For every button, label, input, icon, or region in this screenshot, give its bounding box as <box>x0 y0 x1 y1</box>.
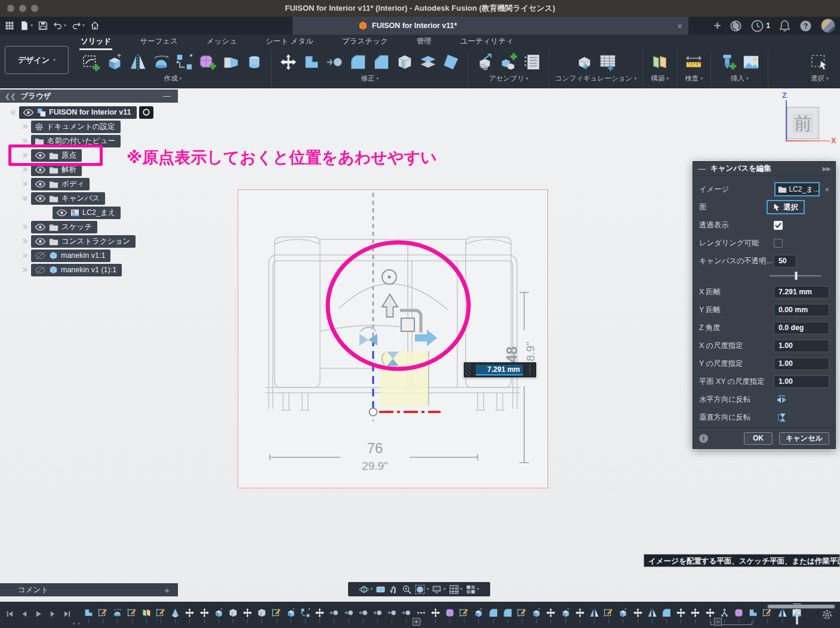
browser-item-chip[interactable]: FUISON for Interior v11 <box>19 106 137 119</box>
browser-item-chip[interactable]: ボディ <box>31 178 90 190</box>
timeline-feature-move-11[interactable] <box>242 608 253 618</box>
chevron-collapsed-icon[interactable] <box>21 253 29 258</box>
timeline-feature-press-pull-21[interactable] <box>387 608 397 618</box>
close-window-icon[interactable] <box>7 5 14 12</box>
timeline-feature-plane-4[interactable] <box>141 608 152 618</box>
timeline-feature-sketch-30[interactable] <box>517 608 527 618</box>
chevron-collapsed-icon[interactable] <box>21 167 29 173</box>
workspace-dropdown[interactable]: デザイン ▾ <box>5 46 69 74</box>
opacity-value[interactable]: 50 <box>774 255 796 267</box>
timeline-feature-combine-46[interactable] <box>748 608 758 618</box>
toolbar-group-label[interactable]: アセンブリ▾ <box>489 74 528 83</box>
plane-move-handle[interactable] <box>401 318 414 331</box>
remove-image-icon[interactable]: × <box>824 185 829 194</box>
home-button[interactable] <box>90 21 100 30</box>
split-body-button[interactable] <box>417 51 439 73</box>
ribbon-tab-4[interactable]: プラスチック <box>341 36 389 50</box>
timeline-feature-move-8[interactable] <box>199 608 210 618</box>
ribbon-tab-0[interactable]: ソリッド <box>79 36 112 50</box>
ribbon-tab-5[interactable]: 管理 <box>416 36 433 50</box>
timeline-scrollbar[interactable] <box>768 605 835 608</box>
timeline-feature-sketch-1[interactable] <box>98 608 108 618</box>
face-select-button[interactable]: 選択 <box>767 200 805 214</box>
browser-item-bodies[interactable]: ボディ <box>0 177 215 191</box>
avatar[interactable] <box>821 19 835 33</box>
browser-item-chip[interactable]: manekin v1 (1):1 <box>31 264 122 276</box>
combine-button[interactable] <box>301 51 322 73</box>
grid-button[interactable]: ▾ <box>449 584 463 595</box>
revolve-button[interactable] <box>150 51 172 73</box>
timeline-feature-dots-23[interactable] <box>416 608 426 618</box>
job-status-icon[interactable] <box>751 20 764 32</box>
chamfer-button[interactable] <box>371 51 392 73</box>
step-back-button[interactable] <box>20 610 28 618</box>
timeline-feature-extrude-33[interactable] <box>561 608 571 618</box>
renderable-checkbox[interactable] <box>774 239 783 248</box>
flip-horizontal-button[interactable] <box>776 395 829 404</box>
toolbar-group-label[interactable]: 選択▾ <box>811 74 829 83</box>
opacity-slider[interactable] <box>699 270 829 283</box>
timeline-feature-move-24[interactable] <box>430 608 441 618</box>
timeline-feature-extrude-31[interactable] <box>531 608 541 618</box>
ribbon-tab-6[interactable]: ユーティリティ <box>459 36 515 50</box>
canvas-button[interactable] <box>740 51 762 73</box>
look-at-button[interactable] <box>376 584 386 595</box>
timeline-feature-mirror-39[interactable] <box>647 608 657 618</box>
browser-item-chip[interactable]: LC2_まえ <box>53 207 121 219</box>
save-button[interactable] <box>38 21 48 30</box>
timeline-feature-sketch-26[interactable] <box>459 608 469 618</box>
chevron-collapsed-icon[interactable] <box>21 238 29 244</box>
insert-fastener-button[interactable] <box>717 51 739 73</box>
timeline-feature-extrude-27[interactable] <box>473 608 484 618</box>
timeline-feature-mirror-35[interactable] <box>589 608 599 618</box>
pattern-button[interactable] <box>174 51 195 73</box>
timeline-feature-sketch-13[interactable] <box>272 608 282 618</box>
eye-icon[interactable] <box>56 209 67 217</box>
skip-start-button[interactable] <box>6 610 14 618</box>
expand-group-marker[interactable]: + <box>413 618 420 626</box>
browser-item-manekin-1[interactable]: manekin v1:1 <box>0 248 215 263</box>
activate-component-radio[interactable] <box>139 106 153 119</box>
xy-scale-field[interactable]: 1.00 <box>774 375 829 388</box>
chevron-collapsed-icon[interactable] <box>21 124 29 130</box>
ok-button[interactable]: OK <box>744 432 773 445</box>
ribbon-tab-2[interactable]: メッシュ <box>205 36 238 50</box>
step-forward-button[interactable] <box>49 610 57 618</box>
distance-value[interactable]: 7.291 mm <box>476 365 523 375</box>
new-component-button[interactable] <box>498 51 519 73</box>
timeline-feature-move-41[interactable] <box>676 608 686 618</box>
timeline-feature-move-43[interactable] <box>705 608 715 618</box>
kebab-menu-icon[interactable]: ⋮⋮ <box>524 366 536 373</box>
ribbon-tab-1[interactable]: サーフェス <box>139 36 179 50</box>
config-table-button[interactable] <box>597 51 619 73</box>
x-distance-field[interactable]: 7.291 mm <box>774 286 829 298</box>
timeline-feature-move-34[interactable] <box>575 608 585 618</box>
chevron-collapsed-icon[interactable] <box>21 267 29 273</box>
browser-item-chip[interactable]: manekin v1:1 <box>31 250 110 262</box>
create-sketch-button[interactable] <box>81 51 102 73</box>
eye-icon[interactable] <box>35 180 46 188</box>
timeline-feature-sketch-47[interactable] <box>762 608 773 618</box>
dialog-header[interactable]: — キャンバスを編集 ▶▶ <box>693 162 835 176</box>
image-chip[interactable]: LC2_ま... <box>774 182 820 196</box>
browser-item-chip[interactable]: キャンバス <box>31 192 105 205</box>
bell-icon[interactable] <box>779 20 790 32</box>
toolbar-group-label[interactable]: 構築▾ <box>651 74 669 83</box>
zoom-window-icon[interactable] <box>31 5 38 12</box>
timeline-feature-press-pull-20[interactable] <box>373 608 383 618</box>
toolbar-group-label[interactable]: 挿入▾ <box>731 74 749 83</box>
timeline-feature-sketch-5[interactable] <box>156 608 166 618</box>
timeline-feature-combine-0[interactable] <box>84 608 94 618</box>
chevron-collapsed-icon[interactable] <box>21 224 29 230</box>
eye-icon[interactable] <box>35 166 46 174</box>
chevron-expanded-icon[interactable] <box>21 195 29 201</box>
comments-panel[interactable]: コメント + <box>0 583 178 596</box>
timeline-feature-press-pull-18[interactable] <box>344 608 354 618</box>
document-tab[interactable]: FUISON for Interior v11* × <box>293 17 688 35</box>
collapse-panel-icon[interactable]: ❮❮ <box>5 93 16 100</box>
eye-icon[interactable] <box>35 195 46 202</box>
y-distance-field[interactable]: 0.00 mm <box>774 304 829 316</box>
eye-off-icon[interactable] <box>35 266 46 274</box>
info-icon[interactable]: i <box>699 434 708 443</box>
browser-item-chip[interactable]: スケッチ <box>31 221 97 233</box>
